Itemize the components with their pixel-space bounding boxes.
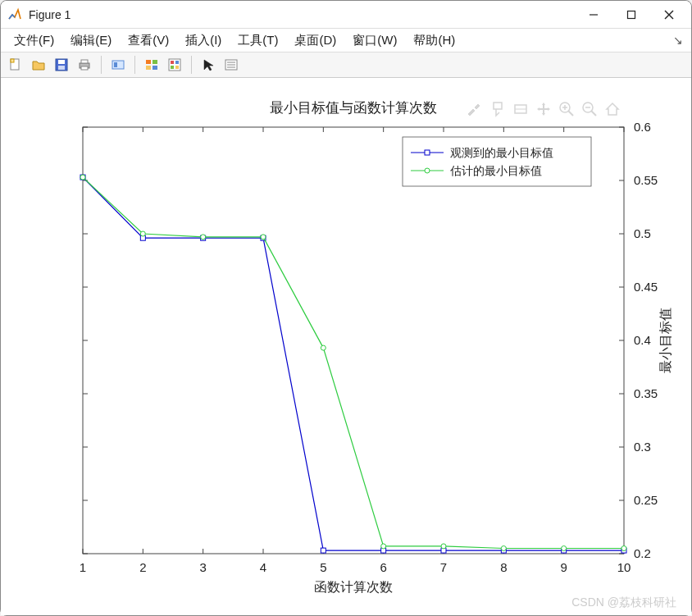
series-marker[interactable] <box>321 345 326 350</box>
svg-rect-16 <box>146 66 151 70</box>
series-marker[interactable] <box>621 546 626 551</box>
close-button[interactable] <box>650 2 688 27</box>
series-marker[interactable] <box>562 546 567 551</box>
series-marker[interactable] <box>261 235 266 240</box>
svg-text:最小目标值: 最小目标值 <box>658 308 672 373</box>
menu-overflow-icon[interactable]: ↘ <box>673 34 683 47</box>
properties-icon[interactable] <box>221 55 241 75</box>
series-marker[interactable] <box>321 548 326 553</box>
svg-rect-19 <box>171 61 174 64</box>
menu-edit[interactable]: 编辑(E) <box>62 30 120 51</box>
menu-view[interactable]: 查看(V) <box>120 30 177 51</box>
svg-rect-8 <box>58 66 65 70</box>
arrow-cursor-icon[interactable] <box>198 55 218 75</box>
svg-rect-27 <box>83 127 624 554</box>
svg-rect-13 <box>114 62 117 67</box>
zoom-in-icon[interactable] <box>560 103 573 116</box>
svg-rect-88 <box>425 150 430 155</box>
matlab-icon <box>7 7 22 22</box>
color-legend-icon[interactable] <box>142 55 162 75</box>
svg-text:1: 1 <box>80 560 86 574</box>
svg-line-95 <box>568 111 573 116</box>
svg-text:5: 5 <box>320 560 326 574</box>
brush-icon[interactable] <box>468 104 480 116</box>
menu-help[interactable]: 帮助(H) <box>405 30 463 51</box>
toolbar <box>1 52 691 78</box>
svg-rect-91 <box>494 103 502 109</box>
chart-title: 最小目标值与函数计算次数 <box>270 100 437 116</box>
pan-icon[interactable] <box>537 103 550 116</box>
color-order-icon[interactable] <box>165 55 184 75</box>
menu-insert[interactable]: 插入(I) <box>177 30 230 51</box>
minimize-button[interactable] <box>575 2 612 27</box>
toolbar-separator <box>191 56 192 74</box>
series-marker[interactable] <box>501 546 506 551</box>
svg-text:0.5: 0.5 <box>634 226 651 240</box>
svg-text:9: 9 <box>560 560 567 574</box>
svg-rect-5 <box>11 59 14 62</box>
maximize-button[interactable] <box>612 2 650 27</box>
data-cursor-icon[interactable] <box>108 55 128 75</box>
svg-rect-15 <box>153 60 157 64</box>
svg-rect-14 <box>146 60 151 64</box>
svg-text:3: 3 <box>199 560 206 574</box>
rotate-icon[interactable] <box>515 105 526 113</box>
zoom-out-icon[interactable] <box>583 103 596 116</box>
svg-text:0.25: 0.25 <box>634 493 658 507</box>
svg-point-90 <box>425 168 430 173</box>
svg-text:0.2: 0.2 <box>634 546 651 560</box>
datatip-icon[interactable] <box>494 103 502 116</box>
svg-rect-7 <box>58 60 65 64</box>
series-marker[interactable] <box>80 175 85 180</box>
svg-text:4: 4 <box>260 560 266 574</box>
figure-window: Figure 1 文件(F) 编辑(E) 查看(V) 插入(I) 工具(T) 桌… <box>0 0 692 616</box>
toolbar-separator <box>101 56 102 74</box>
svg-rect-22 <box>175 66 179 69</box>
svg-text:7: 7 <box>440 560 447 574</box>
series-marker[interactable] <box>140 231 145 236</box>
new-file-icon[interactable] <box>6 55 25 75</box>
legend-entry[interactable]: 估计的最小目标值 <box>449 164 542 177</box>
svg-text:8: 8 <box>500 560 507 574</box>
svg-text:2: 2 <box>139 560 146 574</box>
menu-desktop[interactable]: 桌面(D) <box>286 30 344 51</box>
save-icon[interactable] <box>52 55 71 75</box>
svg-rect-20 <box>175 61 179 64</box>
series-marker[interactable] <box>441 544 446 549</box>
svg-rect-21 <box>171 66 174 69</box>
svg-text:0.3: 0.3 <box>634 440 651 454</box>
series-marker[interactable] <box>201 235 206 240</box>
menu-tools[interactable]: 工具(T) <box>230 30 286 51</box>
open-folder-icon[interactable] <box>29 55 48 75</box>
svg-text:0.4: 0.4 <box>634 333 651 347</box>
svg-rect-10 <box>81 60 88 63</box>
svg-text:6: 6 <box>380 560 386 574</box>
plot-area: 最小目标值与函数计算次数123456789100.20.250.30.350.4… <box>1 78 691 615</box>
svg-text:函数计算次数: 函数计算次数 <box>314 580 393 594</box>
svg-line-99 <box>591 111 596 116</box>
svg-text:0.35: 0.35 <box>634 386 658 400</box>
svg-rect-17 <box>153 66 157 70</box>
svg-text:0.45: 0.45 <box>634 280 658 294</box>
legend-entry[interactable]: 观测到的最小目标值 <box>450 146 553 159</box>
home-icon[interactable] <box>607 103 618 115</box>
svg-text:0.6: 0.6 <box>634 120 651 134</box>
chart-canvas[interactable]: 最小目标值与函数计算次数123456789100.20.250.30.350.4… <box>1 78 691 615</box>
svg-text:10: 10 <box>617 560 631 574</box>
menu-bar: 文件(F) 编辑(E) 查看(V) 插入(I) 工具(T) 桌面(D) 窗口(W… <box>1 29 691 52</box>
svg-rect-1 <box>628 11 635 18</box>
window-title: Figure 1 <box>29 8 71 21</box>
svg-rect-11 <box>81 66 88 70</box>
toolbar-separator <box>134 56 135 74</box>
series-marker[interactable] <box>381 544 386 549</box>
legend-box[interactable] <box>403 137 591 186</box>
menu-file[interactable]: 文件(F) <box>6 30 62 51</box>
menu-window[interactable]: 窗口(W) <box>344 30 405 51</box>
title-bar: Figure 1 <box>1 1 691 29</box>
print-icon[interactable] <box>75 55 94 75</box>
svg-text:0.55: 0.55 <box>634 173 658 187</box>
